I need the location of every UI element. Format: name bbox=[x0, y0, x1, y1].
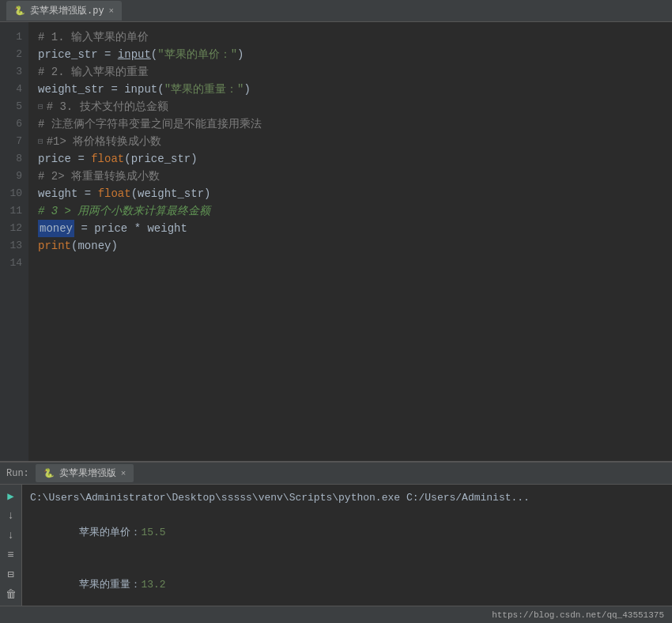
plain-token: ( bbox=[124, 150, 130, 168]
console-label2: 苹果的重量： bbox=[79, 579, 141, 591]
console-label1: 苹果的单价： bbox=[79, 527, 141, 538]
line-numbers: 1234567891011121314 bbox=[0, 22, 28, 461]
plain-token: ( bbox=[71, 237, 77, 255]
status-bar: https://blog.csdn.net/qq_43551375 bbox=[0, 606, 672, 623]
code-line: price_str = input("苹果的单价：") bbox=[38, 46, 672, 63]
comment-token: # 2> 将重量转换成小数 bbox=[38, 168, 160, 185]
console-toolbar: ▶ ↓ ↓ ≡ ⊟ 🗑 bbox=[0, 485, 22, 606]
code-line: print(money) bbox=[38, 237, 672, 255]
editor-tab[interactable]: 🐍 卖苹果增强版.py × bbox=[6, 1, 122, 21]
plain-token: input( bbox=[124, 81, 164, 98]
console-input-line2: 苹果的重量：13.2 bbox=[30, 559, 664, 606]
code-line: # 1. 输入苹果的单价 bbox=[38, 28, 672, 46]
fold-button[interactable]: ⊟ bbox=[2, 566, 20, 583]
trash-button[interactable]: 🗑 bbox=[2, 586, 20, 602]
code-line: weight_str = input("苹果的重量：") bbox=[38, 81, 672, 98]
comment-token: # 注意俩个字符串变量之间是不能直接用乘法 bbox=[38, 115, 262, 133]
var-token: money bbox=[77, 237, 111, 255]
tab-label: 卖苹果增强版.py bbox=[30, 4, 104, 17]
input-func-token: input bbox=[118, 46, 151, 63]
code-line: # 注意俩个字符串变量之间是不能直接用乘法 bbox=[38, 115, 672, 133]
run-tab[interactable]: 🐍 卖苹果增强版 × bbox=[36, 464, 134, 482]
code-line: money = price * weight bbox=[38, 220, 672, 237]
editor-area: 1234567891011121314 # 1. 输入苹果的单价price_st… bbox=[0, 22, 672, 461]
comment-token: # 1. 输入苹果的单价 bbox=[38, 28, 149, 46]
plain-token bbox=[111, 46, 117, 63]
var-token: price = bbox=[38, 150, 91, 168]
line-number: 10 bbox=[0, 185, 28, 202]
menu-button[interactable]: ≡ bbox=[2, 546, 20, 563]
string-token: "苹果的重量：" bbox=[164, 81, 244, 98]
var-token: weight_str = bbox=[38, 81, 124, 98]
line-number: 2 bbox=[0, 46, 28, 63]
scroll-down2-button[interactable]: ↓ bbox=[2, 527, 20, 544]
plain-token: ) bbox=[244, 81, 250, 98]
console-value2: 13.2 bbox=[141, 579, 165, 591]
tab-icon: 🐍 bbox=[14, 6, 25, 16]
line-number: 14 bbox=[0, 255, 28, 272]
scroll-down-button[interactable]: ↓ bbox=[2, 508, 20, 524]
highlight-var-token: money bbox=[38, 220, 74, 237]
code-content[interactable]: # 1. 输入苹果的单价price_str = input("苹果的单价：")#… bbox=[28, 22, 672, 461]
keyword-token: float bbox=[91, 150, 124, 168]
code-line: weight = float(weight_str) bbox=[38, 185, 672, 202]
code-line bbox=[38, 255, 672, 272]
comment-token: #1> 将价格转换成小数 bbox=[47, 133, 162, 150]
run-tab-close[interactable]: × bbox=[121, 469, 126, 478]
code-line: price = float(price_str) bbox=[38, 150, 672, 168]
line-number: 1 bbox=[0, 28, 28, 46]
plain-token: = price * weight bbox=[74, 220, 187, 237]
code-line: # 3 > 用两个小数来计算最终金额 bbox=[38, 202, 672, 220]
line-number: 5 bbox=[0, 98, 28, 115]
line-number: 6 bbox=[0, 115, 28, 133]
tab-close-icon[interactable]: × bbox=[109, 6, 115, 16]
line-number: 12 bbox=[0, 220, 28, 237]
var-token: weight_str bbox=[138, 185, 204, 202]
fold-icon[interactable]: ⊟ bbox=[38, 98, 43, 115]
line-number: 13 bbox=[0, 237, 28, 255]
status-url: https://blog.csdn.net/qq_43551375 bbox=[492, 610, 664, 620]
console-value1: 15.5 bbox=[141, 527, 165, 538]
title-bar: 🐍 卖苹果增强版.py × bbox=[0, 0, 672, 22]
var-token: price_str = bbox=[38, 46, 111, 63]
keyword-token: print bbox=[38, 237, 71, 255]
console-output: C:\Users\Administrator\Desktop\sssss\ven… bbox=[22, 485, 672, 606]
code-line: # 2> 将重量转换成小数 bbox=[38, 168, 672, 185]
line-number: 7 bbox=[0, 133, 28, 150]
play-button[interactable]: ▶ bbox=[2, 488, 20, 504]
plain-token: ( bbox=[151, 46, 157, 63]
comment-token: # 3. 技术支付的总金额 bbox=[47, 98, 168, 115]
keyword-token: float bbox=[98, 185, 131, 202]
run-label: Run: bbox=[6, 468, 29, 479]
var-token: weight = bbox=[38, 185, 98, 202]
fold-icon[interactable]: ⊟ bbox=[38, 133, 43, 150]
plain-token: ) bbox=[237, 46, 244, 63]
line-number: 8 bbox=[0, 150, 28, 168]
plain-token: ( bbox=[131, 185, 138, 202]
console-path-line: C:\Users\Administrator\Desktop\sssss\ven… bbox=[30, 489, 664, 507]
code-line: ⊟# 3. 技术支付的总金额 bbox=[38, 98, 672, 115]
line-number: 3 bbox=[0, 63, 28, 81]
line-number: 4 bbox=[0, 81, 28, 98]
run-panel: Run: 🐍 卖苹果增强版 × ▶ ↓ ↓ ≡ ⊟ 🗑 C:\Users\Adm… bbox=[0, 461, 672, 623]
run-py-icon: 🐍 bbox=[43, 468, 55, 478]
run-tab-label: 卖苹果增强版 bbox=[59, 466, 116, 480]
comment-token: # 2. 输入苹果的重量 bbox=[38, 63, 149, 81]
line-number: 9 bbox=[0, 168, 28, 185]
code-line: # 2. 输入苹果的重量 bbox=[38, 63, 672, 81]
run-tab-bar: Run: 🐍 卖苹果增强版 × bbox=[0, 463, 672, 485]
string-token: "苹果的单价：" bbox=[157, 46, 237, 63]
console-input-line1: 苹果的单价：15.5 bbox=[30, 507, 664, 559]
console-wrapper: ▶ ↓ ↓ ≡ ⊟ 🗑 C:\Users\Administrator\Deskt… bbox=[0, 485, 672, 606]
code-line: ⊟#1> 将价格转换成小数 bbox=[38, 133, 672, 150]
plain-token: ) bbox=[204, 185, 210, 202]
plain-token: ) bbox=[191, 150, 197, 168]
var-token: price_str bbox=[131, 150, 191, 168]
plain-token: ) bbox=[111, 237, 117, 255]
highlight-comment-token: # 3 > 用两个小数来计算最终金额 bbox=[38, 202, 210, 220]
line-number: 11 bbox=[0, 202, 28, 220]
